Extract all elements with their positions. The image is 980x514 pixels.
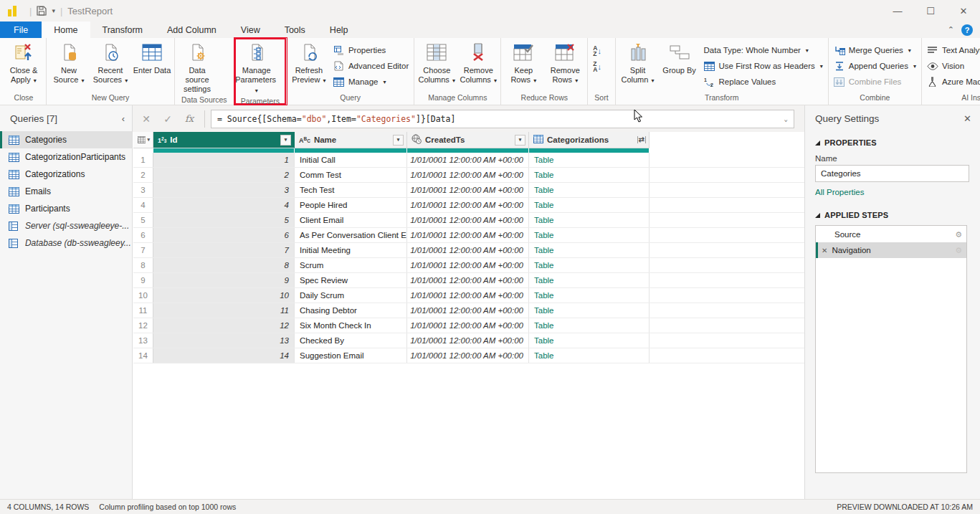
cell[interactable]: Spec Review — [295, 273, 407, 287]
cell[interactable]: Table — [529, 348, 650, 363]
tab-transform[interactable]: Transform — [90, 22, 156, 38]
row-number[interactable]: 14 — [133, 348, 153, 363]
cell[interactable]: 1/01/0001 12:00:00 AM +00:00 — [407, 168, 529, 182]
query-item-participants[interactable]: Participants — [0, 200, 132, 217]
delete-step-icon[interactable]: ✕ — [822, 247, 827, 254]
split-column-button[interactable]: Split Column ▾ — [618, 39, 658, 87]
cell[interactable]: 9 — [153, 273, 295, 287]
row-number[interactable]: 9 — [133, 273, 153, 287]
row-number[interactable]: 3 — [133, 183, 153, 197]
sort-za-icon[interactable]: ZA↓ — [593, 61, 601, 72]
help-icon[interactable]: ? — [961, 24, 973, 36]
query-item-database-db-ssweagleey[interactable]: Database (db-ssweagleey... — [0, 234, 132, 252]
sort-az-icon[interactable]: AZ↓ — [593, 45, 601, 57]
query-item-categorizations[interactable]: Categorizations — [0, 166, 132, 183]
combine-files-button[interactable]: Combine Files — [831, 75, 919, 89]
filter-dropdown-icon[interactable]: ▾ — [393, 135, 404, 146]
replace-values-button[interactable]: 12Replace Values — [701, 75, 826, 89]
cell[interactable]: Table — [529, 273, 650, 287]
row-number[interactable]: 2 — [133, 168, 153, 182]
manage-parameters-button[interactable]: Manage Parameters ▾ — [237, 39, 277, 95]
remove-columns-button[interactable]: Remove Columns ▾ — [458, 39, 498, 87]
cell[interactable]: Table — [529, 213, 650, 227]
cell[interactable]: Initial Meeting — [295, 243, 407, 257]
row-number[interactable]: 8 — [133, 258, 153, 272]
data-type-whole-number-button[interactable]: Data Type: Whole Number▾ — [701, 43, 826, 57]
azure-machine-learning-button[interactable]: Azure Machine Learning — [924, 75, 980, 89]
keep-rows-button[interactable]: Keep Rows ▾ — [503, 39, 543, 87]
cell[interactable]: Comm Test — [295, 168, 407, 182]
row-number[interactable]: 13 — [133, 333, 153, 348]
cell[interactable]: 1/01/0001 12:00:00 AM +00:00 — [407, 258, 529, 272]
cell[interactable]: 1/01/0001 12:00:00 AM +00:00 — [407, 228, 529, 242]
all-properties-link[interactable]: All Properties — [815, 188, 980, 196]
cell[interactable]: Table — [529, 318, 650, 333]
cell[interactable]: 5 — [153, 213, 295, 227]
cell[interactable]: 8 — [153, 258, 295, 272]
row-number[interactable]: 11 — [133, 303, 153, 318]
cell[interactable]: 6 — [153, 228, 295, 242]
profiling-status[interactable]: Column profiling based on top 1000 rows — [99, 503, 236, 511]
collapse-ribbon-icon[interactable]: ⌃ — [948, 25, 954, 34]
select-all-corner-button[interactable]: ▾ — [133, 132, 153, 148]
merge-queries-button[interactable]: Merge Queries▾ — [831, 43, 919, 57]
cell[interactable]: 1/01/0001 12:00:00 AM +00:00 — [407, 153, 529, 167]
expand-formula-bar-icon[interactable]: ⌄ — [784, 115, 788, 123]
cell[interactable]: 4 — [153, 198, 295, 212]
applied-steps-section-header[interactable]: APPLIED STEPS — [815, 211, 980, 219]
column-header-name[interactable]: ABCName▾ — [295, 132, 407, 148]
filter-dropdown-icon[interactable]: ▾ — [515, 135, 525, 146]
close-window-button[interactable]: ✕ — [947, 0, 980, 22]
cell[interactable]: Table — [529, 183, 650, 197]
cell[interactable]: 10 — [153, 288, 295, 303]
row-number[interactable]: 5 — [133, 213, 153, 227]
cell[interactable]: Table — [529, 198, 650, 212]
text-analytics-button[interactable]: Text Analytics — [924, 43, 980, 57]
expand-column-icon[interactable]: ⇄ — [637, 136, 646, 143]
column-header-createdts[interactable]: CreatedTs▾ — [407, 132, 529, 148]
cell[interactable]: Table — [529, 243, 650, 257]
refresh-preview-button[interactable]: Refresh Preview ▾ — [289, 39, 329, 87]
advanced-editor-button[interactable]: Advanced Editor — [330, 59, 411, 73]
close-apply-button[interactable]: Close & Apply ▾ — [4, 39, 44, 87]
cell[interactable]: Table — [529, 303, 650, 318]
formula-input[interactable]: = Source{[Schema="dbo",Item="Categories"… — [211, 110, 794, 128]
cell[interactable]: Tech Test — [295, 183, 407, 197]
cell[interactable]: Table — [529, 153, 650, 167]
group-by-button[interactable]: Group By — [660, 39, 700, 87]
choose-columns-button[interactable]: Choose Columns ▾ — [417, 39, 457, 87]
tab-home[interactable]: Home — [42, 22, 90, 38]
formula-cancel-icon[interactable]: ✕ — [137, 113, 156, 125]
column-header-categorizations[interactable]: Categorizations⇄ — [529, 132, 650, 148]
row-number[interactable]: 1 — [133, 153, 153, 167]
cell[interactable]: 1/01/0001 12:00:00 AM +00:00 — [407, 183, 529, 197]
cell[interactable]: 11 — [153, 303, 295, 318]
cell[interactable]: Daily Scrum — [295, 288, 407, 303]
maximize-button[interactable]: ☐ — [914, 0, 947, 22]
tab-add-column[interactable]: Add Column — [155, 22, 229, 38]
step-settings-gear-icon[interactable]: ⚙ — [955, 230, 962, 239]
recent-sources-button[interactable]: Recent Sources ▾ — [90, 39, 130, 87]
tab-file[interactable]: File — [0, 22, 42, 38]
cell[interactable]: Table — [529, 288, 650, 303]
cell[interactable]: Chasing Debtor — [295, 303, 407, 318]
cell[interactable]: 1/01/0001 12:00:00 AM +00:00 — [407, 318, 529, 333]
quick-access-toolbar-dropdown-icon[interactable]: ▾ — [52, 7, 55, 14]
data-source-settings-button[interactable]: Data source settings — [177, 39, 217, 94]
query-item-server-sql-ssweagleeye[interactable]: Server (sql-ssweagleeye-... — [0, 217, 132, 234]
query-item-categories[interactable]: Categories — [0, 131, 132, 148]
cell[interactable]: Table — [529, 168, 650, 182]
cell[interactable]: Table — [529, 258, 650, 272]
use-first-row-as-headers-button[interactable]: Use First Row as Headers▾ — [701, 59, 826, 73]
cell[interactable]: 2 — [153, 168, 295, 182]
cell[interactable]: 1/01/0001 12:00:00 AM +00:00 — [407, 333, 529, 348]
cell[interactable]: 1/01/0001 12:00:00 AM +00:00 — [407, 288, 529, 303]
row-number[interactable]: 10 — [133, 288, 153, 303]
cell[interactable]: Scrum — [295, 258, 407, 272]
cell[interactable]: As Per Conversation Client Email — [295, 228, 407, 242]
cell[interactable]: 1/01/0001 12:00:00 AM +00:00 — [407, 213, 529, 227]
append-queries-button[interactable]: Append Queries▾ — [831, 59, 919, 73]
tab-help[interactable]: Help — [318, 22, 361, 38]
cell[interactable]: 1/01/0001 12:00:00 AM +00:00 — [407, 348, 529, 363]
collapse-queries-pane-icon[interactable]: ‹ — [122, 113, 125, 124]
